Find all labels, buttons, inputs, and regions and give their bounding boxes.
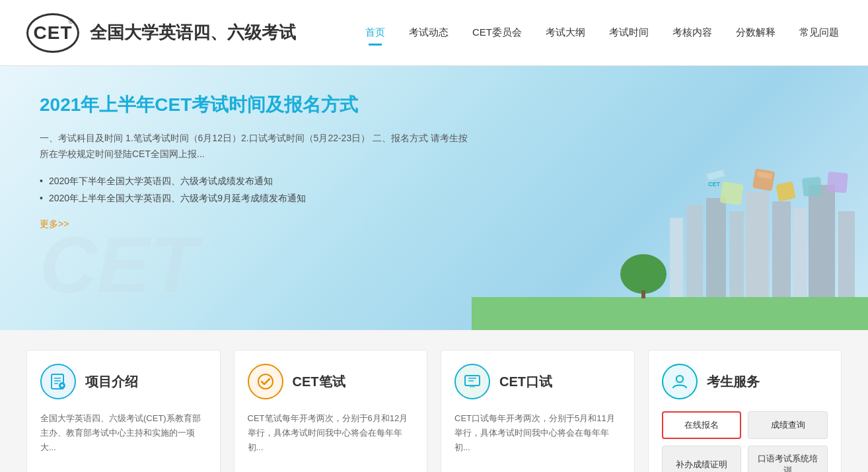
btn-score-query[interactable]: 成绩查询 xyxy=(748,411,828,439)
nav-faq[interactable]: 常见问题 xyxy=(797,21,842,44)
card-oral-body: CET口试每年开考两次，分别于5月和11月举行，具体考试时间我中心将会在每年年初… xyxy=(454,411,621,464)
hero-news-list: 2020年下半年全国大学英语四、六级考试成绩发布通知 2020年上半年全国大学英… xyxy=(40,176,469,205)
card-written-icon xyxy=(248,364,283,399)
svg-rect-17 xyxy=(720,182,744,205)
service-card-header: 考生服务 xyxy=(662,364,828,399)
svg-rect-14 xyxy=(752,168,776,191)
hero-banner: CET xyxy=(0,66,868,330)
svg-rect-6 xyxy=(772,201,791,297)
svg-rect-3 xyxy=(706,198,726,297)
service-card-icon xyxy=(662,364,698,399)
svg-rect-19 xyxy=(826,172,848,193)
card-intro-body: 全国大学英语四、六级考试(CET)系教育部主办、教育部考试中心主持和实施的一项大… xyxy=(40,411,207,464)
hero-more-link[interactable]: 更多>> xyxy=(40,219,69,229)
svg-rect-8 xyxy=(809,185,835,297)
site-title: 全国大学英语四、六级考试 xyxy=(90,21,296,44)
card-written-title: CET笔试 xyxy=(293,373,345,391)
svg-rect-0 xyxy=(472,297,868,330)
header-left: CET ® 全国大学英语四、六级考试 xyxy=(26,13,296,53)
nav-scoring[interactable]: 分数解释 xyxy=(733,21,778,44)
btn-cert-reissue[interactable]: 补办成绩证明 xyxy=(662,446,742,472)
svg-rect-4 xyxy=(729,211,744,297)
svg-rect-18 xyxy=(776,182,796,202)
card-oral-header: CET口试 xyxy=(454,364,621,399)
svg-rect-9 xyxy=(838,211,855,297)
svg-rect-7 xyxy=(793,208,807,297)
card-written-body: CET笔试每年开考两次，分别于6月和12月举行，具体考试时间我中心将会在每年年初… xyxy=(248,411,414,464)
service-card: 考生服务 在线报名 成绩查询 补办成绩证明 口语考试系统培训 成绩核查 成绩证明 xyxy=(648,350,842,472)
svg-rect-5 xyxy=(746,191,769,297)
card-oral-icon xyxy=(454,364,490,399)
cards-section: 项目介绍 全国大学英语四、六级考试(CET)系教育部主办、教育部考试中心主持和实… xyxy=(0,330,868,472)
btn-register[interactable]: 在线报名 xyxy=(662,411,742,439)
logo-text: CET xyxy=(34,22,73,44)
card-oral-title: CET口试 xyxy=(499,373,552,391)
nav-syllabus[interactable]: 考试大纲 xyxy=(543,21,588,44)
svg-rect-2 xyxy=(686,205,703,297)
logo: CET ® xyxy=(26,13,79,53)
nav-schedule[interactable]: 考试时间 xyxy=(606,21,651,44)
svg-rect-32 xyxy=(470,385,475,388)
card-intro: 项目介绍 全国大学英语四、六级考试(CET)系教育部主办、教育部考试中心主持和实… xyxy=(26,350,221,472)
svg-rect-16 xyxy=(802,177,822,197)
svg-rect-1 xyxy=(670,218,683,297)
card-written: CET笔试 CET笔试每年开考两次，分别于6月和12月举行，具体考试时间我中心将… xyxy=(234,350,428,472)
svg-point-10 xyxy=(620,254,667,294)
nav-content[interactable]: 考核内容 xyxy=(670,21,715,44)
hero-news-item-2[interactable]: 2020年上半年全国大学英语四、六级考试9月延考成绩发布通知 xyxy=(40,193,469,205)
svg-text:CET: CET xyxy=(708,181,721,187)
card-written-header: CET笔试 xyxy=(248,364,414,399)
hero-illustration: CET xyxy=(472,165,868,330)
svg-point-28 xyxy=(258,374,273,389)
nav-home[interactable]: 首页 xyxy=(363,21,388,44)
hero-title: 2021年上半年CET考试时间及报名方式 xyxy=(40,92,469,118)
watermark: CET xyxy=(40,219,198,310)
logo-reg: ® xyxy=(69,18,73,25)
card-intro-header: 项目介绍 xyxy=(40,364,207,399)
main-nav: 首页 考试动态 CET委员会 考试大纲 考试时间 考核内容 分数解释 常见问题 xyxy=(363,21,842,44)
btn-oral-training[interactable]: 口语考试系统培训 xyxy=(748,446,828,472)
hero-content: 2021年上半年CET考试时间及报名方式 一、考试科目及时间 1.笔试考试时间（… xyxy=(40,92,469,230)
svg-rect-11 xyxy=(641,290,645,298)
nav-committee[interactable]: CET委员会 xyxy=(470,21,524,44)
nav-news[interactable]: 考试动态 xyxy=(406,21,451,44)
card-oral: CET口试 CET口试每年开考两次，分别于5月和11月举行，具体考试时间我中心将… xyxy=(441,350,635,472)
service-buttons-grid: 在线报名 成绩查询 补办成绩证明 口语考试系统培训 成绩核查 成绩证明 xyxy=(662,411,828,472)
hero-news-item-1[interactable]: 2020年下半年全国大学英语四、六级考试成绩发布通知 xyxy=(40,176,469,187)
hero-description: 一、考试科目及时间 1.笔试考试时间（6月12日）2.口试考试时间（5月22-2… xyxy=(40,131,469,162)
site-header: CET ® 全国大学英语四、六级考试 首页 考试动态 CET委员会 考试大纲 考… xyxy=(0,0,868,66)
service-card-title: 考生服务 xyxy=(707,373,760,391)
card-intro-icon xyxy=(40,364,76,399)
card-intro-title: 项目介绍 xyxy=(85,373,138,391)
